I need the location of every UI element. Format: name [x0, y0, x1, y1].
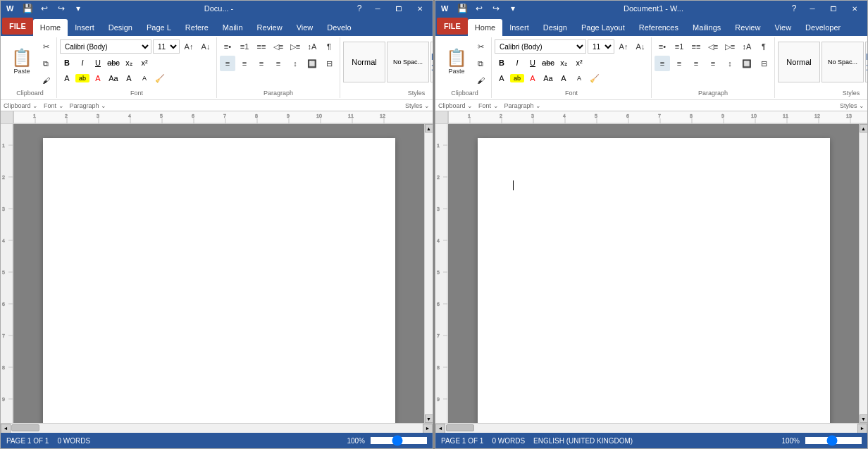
font-size-small-left[interactable]: A	[137, 71, 151, 85]
restore-btn-right[interactable]: ⧠	[824, 2, 843, 15]
style-normal-right[interactable]: Normal	[778, 42, 820, 82]
align-center-right[interactable]: ≡	[671, 56, 687, 71]
bold-btn-left[interactable]: B	[60, 56, 74, 70]
help-btn-right[interactable]: ?	[787, 2, 801, 15]
scroll-down-right[interactable]: ▼	[860, 414, 868, 423]
redo-btn-right[interactable]: ↪	[489, 2, 503, 15]
font-size-left[interactable]: 11	[153, 39, 180, 54]
highlight-btn-left[interactable]: ab	[75, 74, 89, 82]
tab-mailings-right[interactable]: Mailings	[686, 19, 728, 36]
align-left-left[interactable]: ≡	[220, 56, 235, 71]
undo-btn-right[interactable]: ↩	[472, 2, 486, 15]
font-size-small-right[interactable]: A	[572, 71, 586, 85]
tab-file-left[interactable]: FILE	[2, 18, 33, 35]
doc-scroll-right[interactable]	[448, 124, 859, 423]
strikethrough-btn-left[interactable]: abc	[106, 56, 120, 70]
italic-btn-right[interactable]: I	[510, 56, 524, 70]
tab-developer-right[interactable]: Developer	[798, 19, 848, 36]
hscroll-left-btn-left[interactable]: ◄	[1, 424, 11, 433]
tab-home-right[interactable]: Home	[468, 19, 502, 36]
undo-btn-left[interactable]: ↩	[37, 2, 51, 15]
scroll-track-left[interactable]	[425, 133, 433, 414]
tab-home-left[interactable]: Home	[33, 19, 68, 36]
sort-btn-left[interactable]: ↕A	[304, 39, 320, 54]
numbering-btn-right[interactable]: ≡1	[671, 39, 687, 54]
tab-insert-left[interactable]: Insert	[68, 19, 101, 36]
borders-btn-left[interactable]: ⊟	[321, 56, 337, 71]
subscript-btn-right[interactable]: x₂	[557, 56, 571, 70]
cut-btn-right[interactable]: ✂	[473, 39, 488, 54]
paste-btn-right[interactable]: 📋 Paste	[441, 39, 472, 85]
bold-btn-right[interactable]: B	[495, 56, 509, 70]
shading-btn-left[interactable]: 🔲	[304, 56, 320, 71]
style-no-spacing-right[interactable]: No Spac...	[822, 42, 864, 82]
font-size-right[interactable]: 11	[588, 39, 614, 54]
copy-btn-right[interactable]: ⧉	[473, 56, 488, 71]
format-painter-btn-left[interactable]: 🖌	[38, 73, 54, 88]
tab-pagel-left[interactable]: Page L	[140, 19, 178, 36]
underline-btn-right[interactable]: U	[526, 56, 540, 70]
font-selector-right[interactable]: Calibri (Body)	[495, 39, 586, 54]
bullets-btn-left[interactable]: ≡•	[220, 39, 235, 54]
tab-mailin-left[interactable]: Mailin	[216, 19, 250, 36]
restore-btn-left[interactable]: ⧠	[389, 2, 409, 15]
highlight-btn-right[interactable]: ab	[510, 74, 524, 82]
close-btn-left[interactable]: ✕	[410, 2, 430, 15]
clear-format-btn-right[interactable]: 🧹	[588, 71, 602, 85]
decrease-indent-right[interactable]: ◁≡	[705, 39, 721, 54]
line-spacing-left[interactable]: ↕	[287, 56, 303, 71]
change-case-btn-right[interactable]: Aa	[541, 71, 555, 85]
line-spacing-right[interactable]: ↕	[722, 56, 738, 71]
customize-qat-left[interactable]: ▾	[71, 2, 85, 15]
tab-design-right[interactable]: Design	[536, 19, 574, 36]
font-size-large-left[interactable]: A	[122, 71, 136, 85]
hscroll-right-btn-left[interactable]: ►	[423, 424, 433, 433]
underline-btn-left[interactable]: U	[91, 56, 105, 70]
shrink-font-left[interactable]: A↓	[198, 39, 213, 54]
font-color-btn-left[interactable]: A	[91, 71, 105, 85]
redo-btn-left[interactable]: ↪	[54, 2, 68, 15]
increase-indent-left[interactable]: ▷≡	[287, 39, 303, 54]
multilevel-btn-right[interactable]: ≡≡	[688, 39, 704, 54]
bullets-btn-right[interactable]: ≡•	[655, 39, 670, 54]
close-btn-right[interactable]: ✕	[845, 2, 864, 15]
tab-refere-left[interactable]: Refere	[178, 19, 216, 36]
align-right-left[interactable]: ≡	[254, 56, 269, 71]
save-btn-right[interactable]: 💾	[455, 2, 469, 15]
minimize-btn-left[interactable]: ─	[368, 2, 388, 15]
tab-references-right[interactable]: References	[632, 19, 686, 36]
style-no-spacing-left[interactable]: No Spac...	[387, 42, 429, 82]
justify-right[interactable]: ≡	[705, 56, 721, 71]
hscroll-thumb-right[interactable]	[446, 424, 474, 431]
scroll-track-right[interactable]	[860, 133, 867, 414]
zoom-slider-left[interactable]	[371, 437, 427, 444]
multilevel-btn-left[interactable]: ≡≡	[254, 39, 269, 54]
clear-format-btn-left[interactable]: 🧹	[153, 71, 167, 85]
scroll-up-right[interactable]: ▲	[860, 124, 868, 133]
justify-left[interactable]: ≡	[271, 56, 286, 71]
italic-btn-left[interactable]: I	[75, 56, 89, 70]
style-heading1-right[interactable]: Heading 1	[865, 42, 867, 82]
sort-btn-right[interactable]: ↕A	[739, 39, 755, 54]
cut-btn-left[interactable]: ✂	[38, 39, 54, 54]
font-color-btn-right[interactable]: A	[526, 71, 540, 85]
doc-page-left[interactable]	[43, 138, 395, 423]
superscript-btn-left[interactable]: x²	[137, 56, 151, 70]
doc-scroll-left[interactable]	[13, 124, 424, 423]
tab-insert-right[interactable]: Insert	[502, 19, 536, 36]
font-selector-left[interactable]: Calibri (Body)	[60, 39, 151, 54]
scroll-down-left[interactable]: ▼	[425, 414, 433, 423]
superscript-btn-right[interactable]: x²	[572, 56, 586, 70]
change-case-btn-left[interactable]: Aa	[106, 71, 120, 85]
format-painter-btn-right[interactable]: 🖌	[473, 73, 488, 88]
tab-view-left[interactable]: View	[290, 19, 321, 36]
tab-design-left[interactable]: Design	[101, 19, 140, 36]
scroll-up-left[interactable]: ▲	[425, 124, 433, 133]
tab-view-right[interactable]: View	[767, 19, 798, 36]
grow-font-right[interactable]: A↑	[616, 39, 631, 54]
hscroll-right-btn-right[interactable]: ►	[857, 424, 867, 433]
tab-review-left[interactable]: Review	[250, 19, 290, 36]
align-center-left[interactable]: ≡	[237, 56, 252, 71]
show-marks-btn-left[interactable]: ¶	[321, 39, 337, 54]
align-left-right[interactable]: ≡	[655, 56, 670, 71]
